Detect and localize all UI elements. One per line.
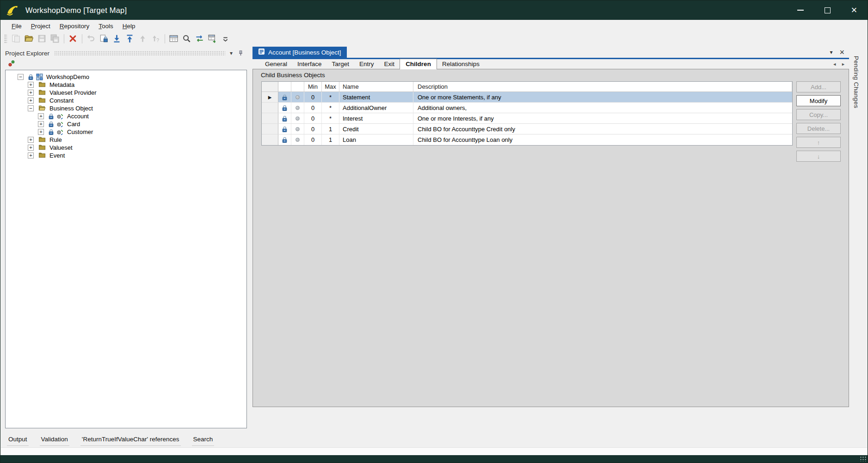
expander-plus-icon[interactable]: + (38, 121, 44, 127)
toolbar-separator (165, 34, 165, 43)
project-explorer-title: Project Explorer (5, 50, 49, 57)
modify-button[interactable]: Modify (796, 95, 841, 106)
row-lock-icon (278, 124, 291, 134)
expander-plus-icon[interactable]: + (28, 137, 34, 143)
row-status-icon (291, 92, 304, 102)
table-row[interactable]: 0*AdditionalOwnerAdditional owners, (262, 103, 792, 113)
expander-plus-icon[interactable]: + (28, 97, 34, 104)
tree-item-card[interactable]: +Card (6, 120, 246, 128)
subtab-exit[interactable]: Exit (379, 60, 400, 69)
table-row[interactable]: 0*InterestOne or more Interests, if any (262, 113, 792, 124)
tree-item-business-object[interactable]: −Business Object (6, 104, 246, 112)
document-tab-label: Account [Business Object] (268, 49, 341, 56)
get-latest-icon[interactable] (123, 33, 135, 45)
resize-grip[interactable] (860, 456, 866, 462)
subtab-interface[interactable]: Interface (292, 60, 327, 69)
cell-description: Child BO for Accounttype Loan only (413, 134, 792, 145)
expander-plus-icon[interactable]: + (28, 152, 34, 158)
table-body: ▶0*StatementOne or more Statements, if a… (262, 92, 792, 145)
check-in-icon[interactable] (111, 33, 123, 45)
menu-item-tools[interactable]: Tools (94, 21, 118, 31)
subtab-target[interactable]: Target (327, 60, 355, 69)
bottom-tab-validation[interactable]: Validation (40, 434, 69, 446)
tree-item-label: WorkshopDemo (46, 73, 89, 80)
subtab-entry[interactable]: Entry (354, 60, 379, 69)
lock-icon (48, 128, 54, 135)
table-row[interactable]: 01CreditChild BO for Accounttype Credit … (262, 124, 792, 134)
minimize-button[interactable] (787, 0, 814, 20)
maximize-button[interactable] (814, 0, 841, 20)
lock-icon (48, 121, 54, 128)
expander-plus-icon[interactable]: + (38, 113, 44, 119)
subtab-relationships[interactable]: Relationships (437, 60, 485, 69)
sync-selection-icon[interactable] (8, 60, 15, 67)
table-row[interactable]: ▶0*StatementOne or more Statements, if a… (262, 92, 792, 103)
header-cell-empty (291, 82, 304, 91)
folder-icon (38, 81, 46, 88)
panel-menu-icon[interactable]: ▾ (230, 50, 233, 56)
tree-item-valueset[interactable]: +Valueset (6, 144, 246, 152)
toolbar-overflow-icon[interactable] (219, 33, 231, 45)
column-header-description: Description (413, 82, 792, 91)
export-table-icon[interactable] (206, 33, 218, 45)
bottom-tab-search[interactable]: Search (192, 434, 215, 446)
delete-icon[interactable] (67, 33, 79, 45)
bottom-tab-references[interactable]: 'ReturnTrueIfValueChar' references (80, 434, 181, 446)
menu-item-repository[interactable]: Repository (55, 21, 94, 31)
project-explorer-header: Project Explorer ▾ (5, 49, 247, 58)
tree-item-rule[interactable]: +Rule (6, 136, 246, 144)
table-view-icon[interactable] (167, 33, 179, 45)
row-lock-icon (278, 92, 291, 102)
tree-item-constant[interactable]: +Constant (6, 97, 246, 104)
save-all-icon (49, 33, 61, 45)
tree-item-label: Business Object (49, 105, 93, 112)
cell-description: Additional owners, (413, 103, 792, 113)
expander-plus-icon[interactable]: + (28, 82, 34, 88)
document-tab-strip: Account [Business Object] ▾ × (252, 47, 849, 59)
bottom-tab-output[interactable]: Output (7, 434, 29, 446)
expander-minus-icon[interactable]: − (18, 74, 24, 80)
subtab-children[interactable]: Children (400, 59, 437, 69)
upload-icon (136, 33, 148, 45)
cell-name: AdditionalOwner (339, 103, 413, 113)
move-up-button: ↑ (796, 137, 841, 148)
close-document-icon[interactable]: × (839, 48, 844, 56)
window-controls: × (787, 0, 868, 20)
menu-item-file[interactable]: File (7, 21, 26, 31)
table-row[interactable]: 01LoanChild BO for Accounttype Loan only (262, 134, 792, 145)
move-down-button: ↓ (796, 151, 841, 162)
tree-item-metadata[interactable]: +Metadata (6, 81, 246, 89)
open-project-icon[interactable] (23, 33, 35, 45)
folder-icon (38, 152, 46, 159)
panel-drag-texture (54, 51, 225, 55)
scroll-left-icon[interactable]: ◄ (832, 62, 837, 67)
row-status-icon (291, 103, 304, 113)
menu-item-help[interactable]: Help (118, 21, 140, 31)
tree-item-event[interactable]: +Event (6, 152, 246, 159)
expander-plus-icon[interactable]: + (28, 90, 34, 96)
tab-list-dropdown-icon[interactable]: ▾ (830, 49, 832, 55)
tree-item-label: Metadata (49, 81, 74, 88)
compare-icon[interactable] (193, 33, 205, 45)
scroll-right-icon[interactable]: ► (841, 62, 845, 67)
cell-max: * (322, 92, 339, 102)
tree-item-workshopdemo[interactable]: −WorkshopDemo (6, 73, 246, 81)
cell-min: 0 (304, 134, 322, 145)
check-out-icon[interactable] (98, 33, 110, 45)
subtab-general[interactable]: General (260, 60, 292, 69)
pin-icon[interactable] (237, 50, 244, 57)
search-icon[interactable] (180, 33, 192, 45)
column-header-min: Min (304, 82, 322, 91)
close-button[interactable]: × (841, 0, 868, 20)
lock-icon (48, 113, 54, 120)
expander-minus-icon[interactable]: − (28, 105, 34, 111)
cell-max: 1 (322, 134, 339, 145)
expander-plus-icon[interactable]: + (28, 145, 34, 151)
tree-item-account[interactable]: +Account (6, 112, 246, 120)
menu-item-project[interactable]: Project (26, 21, 55, 31)
pending-changes-tab[interactable]: Pending Changes (853, 56, 860, 108)
expander-plus-icon[interactable]: + (38, 129, 44, 135)
document-tab-account[interactable]: Account [Business Object] (252, 47, 347, 58)
tree-item-customer[interactable]: +Customer (6, 128, 246, 136)
tree-item-valueset-provider[interactable]: +Valueset Provider (6, 89, 246, 97)
